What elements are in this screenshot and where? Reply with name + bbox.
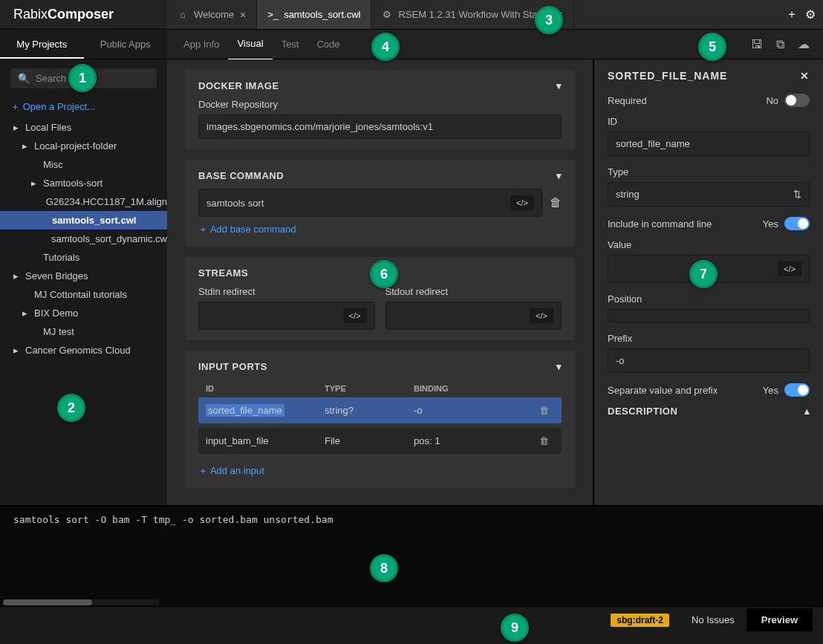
- docker-repo-input[interactable]: images.sbgenomics.com/marjorie_jones/sam…: [198, 114, 562, 139]
- tab-visual[interactable]: Visual: [228, 29, 272, 60]
- settings-icon[interactable]: ⚙: [805, 7, 816, 22]
- chevron-down-icon[interactable]: ▾: [556, 80, 562, 91]
- callout-marker: 7: [689, 260, 718, 288]
- chevron-up-icon[interactable]: ▴: [804, 406, 810, 417]
- home-icon: ⌂: [178, 9, 188, 20]
- folder-icon: ▸: [10, 122, 21, 133]
- tree-item[interactable]: ▸BIX Demo: [0, 304, 167, 322]
- tree-item[interactable]: MJ test: [0, 322, 167, 341]
- add-tab-icon[interactable]: ＋: [786, 7, 798, 22]
- tab-my-projects[interactable]: My Projects: [0, 30, 84, 59]
- add-input-link[interactable]: ＋ Add an input: [198, 458, 264, 478]
- tab-welcome[interactable]: ⌂Welcome×: [167, 0, 257, 29]
- folder-icon: ▸: [10, 345, 21, 356]
- chevron-down-icon: ⇅: [793, 189, 801, 200]
- chevron-down-icon[interactable]: ▾: [556, 170, 562, 181]
- editor-tabs: ⌂Welcome× >_samtools_sort.cwl ⚙RSEM 1.2.…: [167, 0, 778, 29]
- type-select[interactable]: string⇅: [608, 182, 810, 206]
- callout-marker: 2: [57, 394, 85, 422]
- open-project-link[interactable]: ＋ Open a Project...: [0, 96, 167, 118]
- command-preview: samtools sort -O bam -T tmp_ -o sorted.b…: [0, 505, 823, 606]
- folder-icon: ▸: [19, 308, 30, 319]
- copy-icon[interactable]: ⧉: [776, 38, 784, 51]
- id-input[interactable]: sorted_file_name: [608, 131, 810, 156]
- app-logo: Rabix Composer: [0, 0, 167, 29]
- prefix-input[interactable]: -o: [608, 348, 810, 373]
- code-icon[interactable]: </>: [510, 195, 534, 210]
- file-tree-sidebar: 🔍Search ps... ＋ Open a Project... ▸Local…: [0, 59, 167, 505]
- stdin-input[interactable]: </>: [198, 302, 375, 330]
- tree-item[interactable]: G26234.HCC1187_1M.align: [0, 192, 167, 211]
- base-command-input[interactable]: samtools sort</>: [198, 189, 542, 217]
- tree-item[interactable]: MJ Cottontail tutorials: [0, 285, 167, 304]
- folder-icon: ▸: [10, 270, 21, 282]
- position-input[interactable]: [608, 309, 810, 322]
- tab-app-info[interactable]: App Info: [175, 30, 228, 59]
- scrollbar[interactable]: [3, 599, 159, 605]
- draft-badge: sbg:draft-2: [611, 614, 669, 627]
- cloud-icon[interactable]: ☁: [798, 37, 810, 51]
- folder-icon: ▸: [19, 140, 30, 152]
- section-docker: DOCKER IMAGE: [198, 80, 279, 91]
- section-base-command: BASE COMMAND: [198, 170, 284, 181]
- tree-item[interactable]: Tutorials: [0, 248, 167, 267]
- save-icon[interactable]: 🖫: [751, 38, 763, 51]
- code-icon[interactable]: </>: [778, 261, 801, 276]
- chevron-down-icon[interactable]: ▾: [556, 361, 562, 372]
- add-base-command-link[interactable]: ＋ Add base command: [198, 217, 296, 236]
- tab-public-apps[interactable]: Public Apps: [84, 30, 168, 59]
- tree-item[interactable]: ▸Local-project-folder: [0, 137, 167, 155]
- tab-test[interactable]: Test: [273, 30, 308, 59]
- tree-item[interactable]: Misc: [0, 155, 167, 174]
- tab-code[interactable]: Code: [308, 30, 348, 59]
- callout-marker: 1: [68, 64, 97, 92]
- search-icon: 🔍: [18, 73, 30, 84]
- callout-marker: 6: [370, 260, 398, 288]
- tree-item[interactable]: ▸Samtools-sort: [0, 174, 167, 192]
- tree-item[interactable]: ▸Local Files: [0, 118, 167, 137]
- include-toggle[interactable]: [784, 217, 810, 230]
- close-icon[interactable]: ✕: [800, 70, 810, 82]
- terminal-icon: >_: [267, 9, 278, 20]
- trash-icon[interactable]: 🗑: [539, 435, 554, 446]
- callout-marker: 5: [698, 33, 726, 61]
- trash-icon[interactable]: 🗑: [539, 405, 554, 416]
- gear-icon: ⚙: [382, 9, 392, 20]
- issues-status[interactable]: No Issues: [680, 614, 746, 625]
- tab-samtools[interactable]: >_samtools_sort.cwl: [257, 0, 371, 29]
- close-icon[interactable]: ×: [240, 9, 246, 21]
- callout-marker: 8: [370, 554, 398, 582]
- callout-marker: 4: [371, 33, 400, 61]
- section-input-ports: INPUT PORTS: [198, 361, 267, 372]
- tree-item[interactable]: ▸Cancer Genomics Cloud: [0, 341, 167, 360]
- trash-icon[interactable]: 🗑: [550, 196, 562, 209]
- preview-button[interactable]: Preview: [746, 608, 813, 631]
- separate-toggle[interactable]: [784, 383, 810, 397]
- folder-icon: ▸: [28, 178, 39, 189]
- code-icon[interactable]: </>: [343, 308, 367, 323]
- callout-marker: 9: [501, 614, 529, 642]
- callout-marker: 3: [535, 6, 563, 34]
- stdout-input[interactable]: </>: [386, 302, 562, 330]
- tree-item[interactable]: ▸Seven Bridges: [0, 267, 167, 285]
- code-icon[interactable]: </>: [530, 308, 553, 323]
- required-toggle[interactable]: [784, 94, 810, 107]
- tree-item[interactable]: samtools_sort.cwl: [0, 211, 167, 230]
- input-port-row[interactable]: input_bam_fileFilepos: 1🗑: [198, 428, 562, 454]
- tree-item[interactable]: samtools_sort_dynamic.cw: [0, 230, 167, 248]
- input-port-row[interactable]: sorted_file_namestring?-o🗑: [198, 397, 562, 423]
